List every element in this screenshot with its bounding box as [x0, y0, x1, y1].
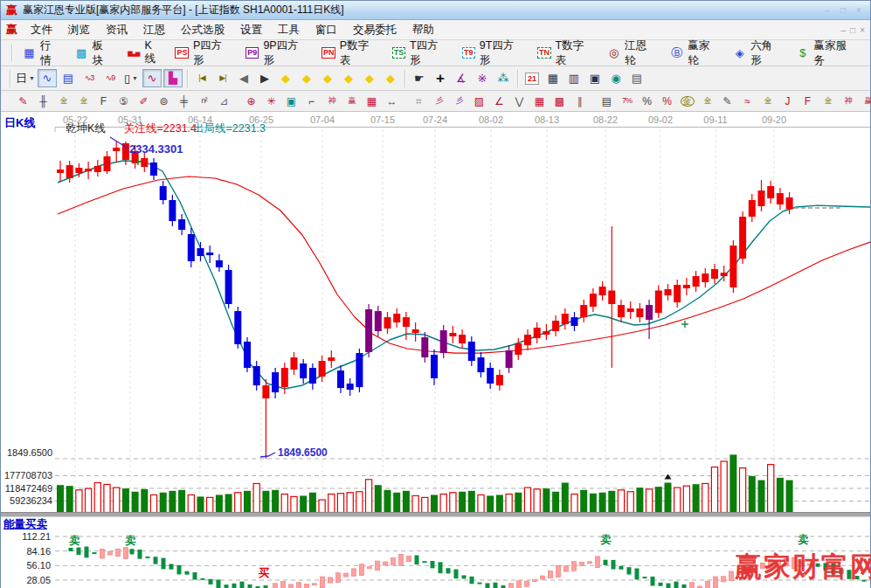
gann-star-button[interactable]: ◆	[381, 69, 400, 87]
cycle-button[interactable]: ⁂	[494, 69, 513, 87]
calendar-21-button[interactable]: 21	[522, 69, 542, 87]
gann-box-button[interactable]: ※	[473, 69, 492, 87]
angle-lines-tool[interactable]: ∠	[490, 93, 508, 109]
span-arrows-tool[interactable]: ↔	[383, 93, 401, 109]
trend-red-button[interactable]: ∿	[142, 69, 162, 87]
toolbar-行情-button[interactable]: ▦行情	[16, 36, 68, 71]
pct-tool[interactable]: %	[638, 93, 656, 109]
wave-tool[interactable]: ≈	[738, 93, 757, 109]
gold-grid-tool[interactable]: 金	[54, 93, 73, 109]
wave9-button[interactable]: ∿9	[100, 69, 120, 87]
toolbar-T四方形-button[interactable]: TST四方形	[385, 36, 455, 71]
gold-line2-tool[interactable]: 金	[758, 93, 777, 109]
gold-line-tool[interactable]: 金	[698, 93, 716, 109]
notepad-button[interactable]: ▥	[564, 69, 584, 87]
toolbar-9T四方形-button[interactable]: T99T四方形	[455, 36, 531, 71]
vee-lines-tool[interactable]: ⋁	[510, 93, 529, 109]
pen-knife-tool[interactable]: ✎	[14, 93, 32, 109]
calculator-button[interactable]: ▦	[543, 69, 563, 87]
quotes-table-icon: ▦	[22, 46, 37, 59]
shen-angle-tool[interactable]: 神	[839, 93, 857, 109]
gann-east-button[interactable]: ◆	[297, 69, 316, 87]
pct7-tool[interactable]: 7%	[618, 93, 636, 109]
mdi-control-2[interactable]: ×	[860, 25, 865, 35]
pct-line-tool[interactable]: %	[658, 93, 676, 109]
grid-ruler-tool[interactable]: ╫	[34, 93, 52, 109]
grid-123-tool[interactable]: ▦	[363, 93, 381, 109]
measure-bars-tool[interactable]: ▤	[598, 93, 616, 109]
memo-button[interactable]: ▤	[59, 69, 78, 87]
trend-blue-button[interactable]: ∿	[38, 69, 57, 87]
gold-angle-tool[interactable]: 金	[819, 93, 837, 109]
window-controls[interactable]: –□×	[821, 5, 865, 15]
window-control-2[interactable]: ×	[853, 5, 865, 15]
spiral-grid-tool[interactable]: ⑤	[114, 93, 133, 109]
gann-diagonal-button[interactable]: ◆	[339, 69, 358, 87]
fan-red-tool[interactable]: 彡	[430, 93, 448, 109]
toolbar-六角形-button[interactable]: ◈六角形	[726, 36, 789, 71]
toolbar-P四方形-button[interactable]: PSP四方形	[169, 36, 238, 71]
chart-area[interactable]: 05-2205-3106-1406-2507-0407-1507-2408-02…	[1, 112, 870, 588]
candle-style-button[interactable]: ▯▼	[121, 69, 141, 87]
ying-grid-tool[interactable]: 赢	[342, 93, 361, 109]
f-grid-tool[interactable]: F	[94, 93, 113, 109]
prev-page-button[interactable]: ◀	[234, 69, 253, 87]
first-page-button[interactable]: |◀	[192, 69, 211, 87]
toolbar-T数字表-button[interactable]: TNT数字表	[530, 36, 600, 71]
profile-histogram-button[interactable]: ▙	[163, 69, 183, 87]
mdi-window-controls[interactable]: –□×	[841, 25, 865, 35]
window-control-1[interactable]: □	[837, 5, 849, 15]
toolbar-江恩轮-button[interactable]: ◎江恩轮	[600, 36, 663, 71]
title-bar[interactable]: 赢 赢家江恩专业版[赢家内部服务平台] - [上证指数 SH1A0001-111…	[1, 1, 870, 20]
window-control-0[interactable]: –	[821, 5, 833, 15]
toolbar-赢家服务-button[interactable]: $赢家服务	[789, 36, 863, 71]
crosshair-button[interactable]: +	[431, 69, 450, 87]
starburst-tool[interactable]: ✳	[262, 93, 280, 109]
gold-circle-tool[interactable]: 金	[678, 93, 696, 109]
angle-ruler-tool[interactable]: ⊿	[215, 93, 233, 109]
winner-service-icon: $	[795, 46, 810, 59]
toolbar-板块-button[interactable]: ▩板块	[68, 36, 121, 71]
gann-west-button[interactable]: ◆	[276, 69, 295, 87]
toolbar-赢家轮-button[interactable]: Ⓑ赢家轮	[663, 36, 726, 71]
angle-button[interactable]: ∡	[452, 69, 471, 87]
mdi-control-0[interactable]: –	[841, 25, 847, 35]
brush-tool[interactable]: ✎	[718, 93, 736, 109]
compass-tool[interactable]: ⊚	[155, 93, 173, 109]
ying-angle-tool[interactable]: 赢	[859, 93, 871, 109]
n2-ruler-tool[interactable]: n²	[195, 93, 213, 109]
red-grid-tool[interactable]: ▦	[530, 93, 549, 109]
fan-purple-tool[interactable]: 彡	[450, 93, 468, 109]
frame-tool[interactable]: ⌗	[410, 93, 428, 109]
j-angle-tool[interactable]: J	[778, 93, 797, 109]
pen-ruler-tool[interactable]: ✐	[135, 93, 153, 109]
fan-box-tool[interactable]: ▨	[470, 93, 488, 109]
next-page-button[interactable]: ▶	[255, 69, 274, 87]
pan-hand-button[interactable]: ☛	[410, 69, 429, 87]
red-grid2-tool[interactable]: ▩	[550, 93, 569, 109]
mdi-control-1[interactable]: □	[850, 25, 855, 35]
wave3-button[interactable]: ∿3	[79, 69, 99, 87]
gold-grid2-tool[interactable]: 金	[74, 93, 93, 109]
toolbar-P数字表-button[interactable]: PNP数字表	[315, 36, 385, 71]
print-button[interactable]: ▤	[627, 69, 646, 87]
bracket-tool[interactable]: ⌐	[302, 93, 321, 109]
shen-grid-tool[interactable]: 神	[322, 93, 341, 109]
parallel-tool[interactable]: ∥	[570, 93, 589, 109]
web-icon: ◉	[611, 73, 620, 84]
toolbar-K线-button[interactable]: ▆▃▅K线	[120, 37, 169, 69]
chart-canvas[interactable]: 05-2205-3106-1406-2507-0407-1507-2408-02…	[1, 112, 870, 588]
target-grid-tool[interactable]: ▣	[282, 93, 301, 109]
gann-horizontal-button[interactable]: ◆	[318, 69, 337, 87]
f-angle-tool[interactable]: F	[798, 93, 817, 109]
web-button[interactable]: ◉	[606, 69, 626, 87]
period-day-button[interactable]: 日▼	[15, 69, 36, 87]
ruler-tool[interactable]: ╪	[175, 93, 193, 109]
toolbar-9P四方形-button[interactable]: P99P四方形	[238, 36, 315, 71]
circle-cross-tool[interactable]: ⊕	[242, 93, 260, 109]
gann-all-button[interactable]: ◆	[360, 69, 379, 87]
menu-item-3[interactable]: 江恩	[135, 22, 173, 38]
last-page-button[interactable]: ▶|	[213, 69, 232, 87]
save-button[interactable]: ▣	[585, 69, 605, 87]
p-square-icon: PS	[175, 46, 190, 59]
